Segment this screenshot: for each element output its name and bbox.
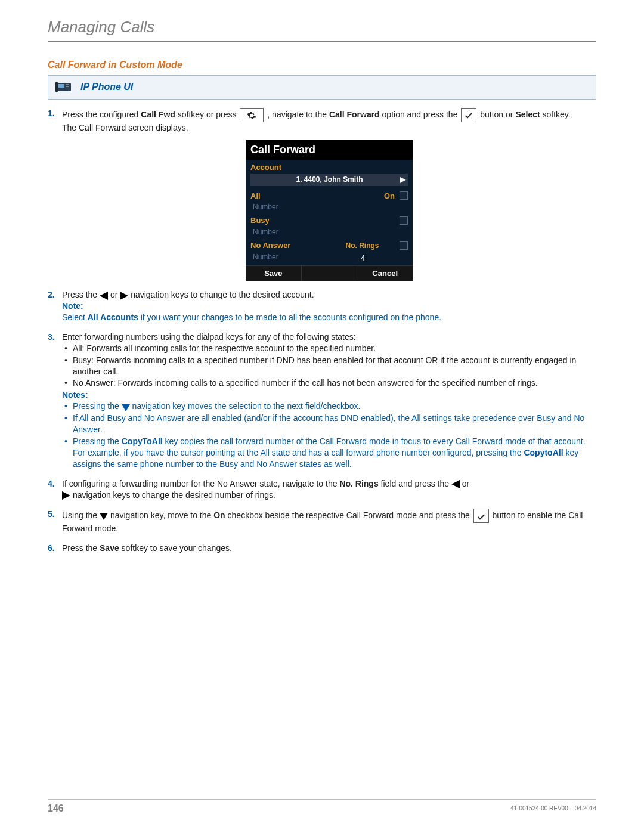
text: Press the configured [62,109,141,119]
cancel-softkey: Cancel [357,266,413,281]
nav-left-icon [451,480,460,488]
step-3: Enter forwarding numbers using the dialp… [48,332,596,470]
text: if you want your changes to be made to a… [138,312,441,322]
bold: Call Fwd [141,109,175,119]
nav-down-icon [122,404,130,411]
bullet: Busy: Forwards incoming calls to a speci… [73,355,596,377]
step-4: If configuring a forwarding number for t… [48,478,596,501]
text: or [108,290,120,299]
chapter-title: Managing Calls [48,17,596,42]
text: navigation keys to change the desired nu… [70,490,275,500]
note-text: Select All Accounts if you want your cha… [62,312,596,323]
confirm-key-icon [461,108,476,122]
noanswer-label: No Answer [250,240,325,251]
on-label: On [384,191,395,202]
note-bullet: Pressing the CopyToAll key copies the ca… [73,436,596,470]
settings-key-icon [240,108,264,122]
all-label: All [250,191,261,202]
page-footer: 146 41-001524-00 REV00 – 04.2014 [48,799,596,815]
note-label: Note: [62,301,596,312]
text: If configuring a forwarding number for t… [62,479,339,488]
busy-checkbox [400,216,408,225]
account-label: Account [250,162,408,173]
note-bullet: Pressing the navigation key moves the se… [73,401,596,412]
text: checkbox beside the respective Call Forw… [225,510,472,520]
bold: Select [515,109,540,119]
text: softkey to save your changes. [119,543,232,553]
bold: All Accounts [88,312,138,322]
nav-left-icon [100,292,108,300]
text: Press the [62,543,100,553]
nav-right-icon [120,292,128,300]
step-1: Press the configured Call Fwd softkey or… [48,108,596,281]
text: navigation key moves the selection to th… [130,401,361,411]
step-5: Using the navigation key, move to the On… [48,509,596,534]
text: option and press the [380,109,460,119]
text: Select [62,312,88,322]
note-bullet: If All and Busy and No Answer are all en… [73,413,596,435]
document-id: 41-001524-00 REV00 – 04.2014 [510,804,596,813]
bullet: All: Forwards all incoming calls for the… [73,343,596,354]
blank-softkey [301,266,358,281]
text: softkey. [540,109,571,119]
text: The Call Forward screen displays. [62,122,596,134]
all-checkbox [400,191,408,200]
text: field and press the [379,479,451,488]
busy-label: Busy [250,215,270,226]
bold: CopyToAll [122,436,163,446]
callout-title: IP Phone UI [80,80,133,94]
text: Pressing the [73,401,122,411]
number-sublabel: Number [250,252,326,264]
text: or [460,479,469,488]
notes-label: Notes: [62,389,596,401]
text: Using the [62,510,100,520]
text: , navigate to the [267,109,329,119]
text: Enter forwarding numbers using the dialp… [62,332,356,342]
page-number: 146 [48,802,64,815]
bold: No. Rings [339,479,378,488]
ip-phone-callout: IP Phone UI [48,75,596,100]
account-value: 1. 4400, John Smith [296,175,363,184]
text: Pressing the [73,436,122,446]
norings-value: 4 [326,253,400,263]
norings-label: No. Rings [325,241,400,250]
svg-rect-6 [55,82,58,92]
save-softkey: Save [246,266,301,281]
bullet: No Answer: Forwards incoming calls to a … [73,377,596,389]
svg-rect-1 [58,84,64,88]
text: Press the [62,290,100,299]
step-6: Press the Save softkey to save your chan… [48,543,596,554]
nav-down-icon [100,513,108,520]
svg-rect-2 [66,84,67,85]
nav-right-icon [62,491,70,500]
number-sublabel: Number [250,202,408,214]
phone-icon [55,78,73,97]
text: softkey or press [175,109,239,119]
section-title: Call Forward in Custom Mode [48,58,596,72]
bold: CopytoAll [524,448,563,457]
text: navigation keys to change to the desired… [128,290,314,299]
account-selector: 1. 4400, John Smith ▶ [250,174,408,185]
svg-rect-3 [67,84,69,85]
number-sublabel: Number [250,227,408,239]
step-2: Press the or navigation keys to change t… [48,289,596,323]
bold: Save [100,543,119,553]
bold: On [213,510,225,520]
text: navigation key, move to the [108,510,213,520]
chevron-right-icon: ▶ [400,175,405,184]
phone-screen-title: Call Forward [246,140,413,159]
svg-rect-4 [66,86,67,87]
noanswer-checkbox [400,241,408,250]
text: button or [480,109,515,119]
svg-rect-5 [67,86,69,87]
phone-screen: Call Forward Account 1. 4400, John Smith… [246,140,413,281]
bold: Call Forward [329,109,380,119]
confirm-key-icon [473,509,489,523]
